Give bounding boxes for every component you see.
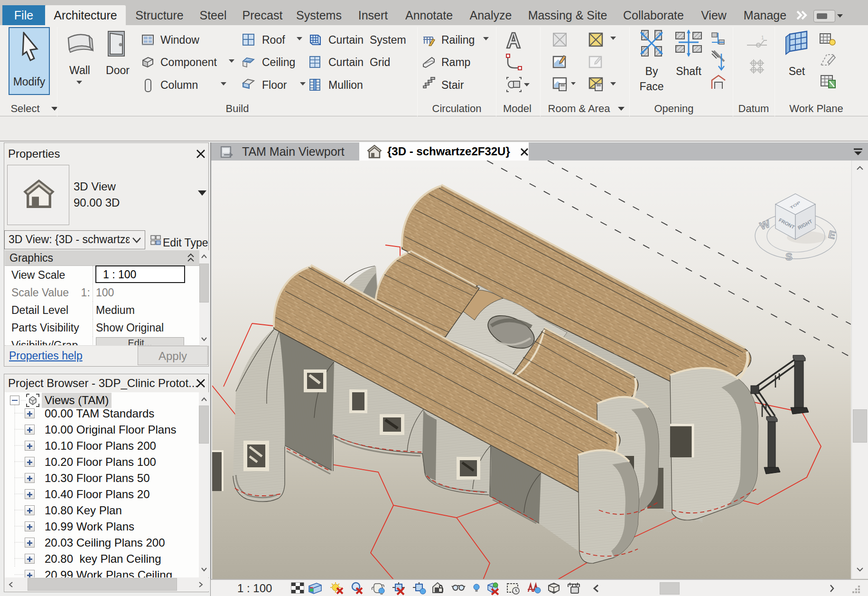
svg-text:S: S <box>785 251 793 263</box>
svg-text:1: 1 <box>761 35 764 40</box>
